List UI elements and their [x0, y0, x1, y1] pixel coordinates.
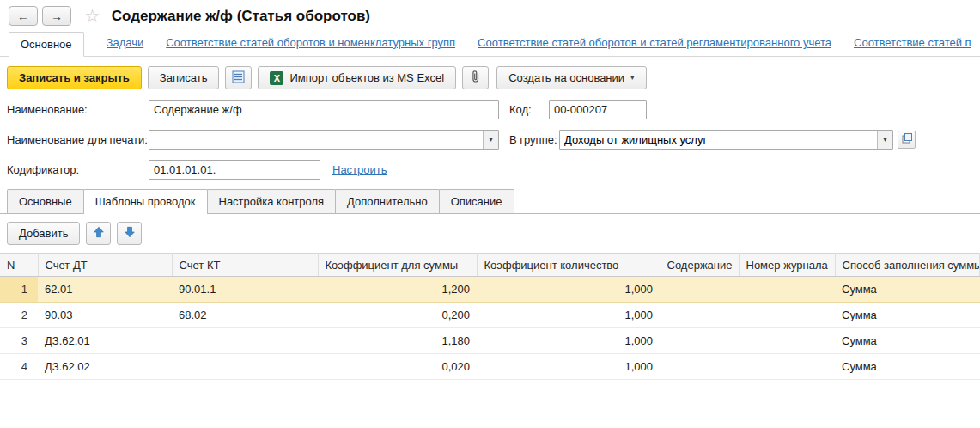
table-cell[interactable]: 0,200: [318, 303, 477, 328]
move-down-button[interactable]: [117, 222, 142, 245]
table-cell[interactable]: 1: [0, 277, 38, 303]
nav-link-nomenclature-groups[interactable]: Соответствие статей оборотов и номенклат…: [166, 36, 455, 56]
table-cell[interactable]: [660, 303, 739, 328]
name-input[interactable]: [149, 100, 499, 119]
forward-button[interactable]: →: [42, 6, 71, 26]
tab-nastroyka-kontrolya[interactable]: Настройка контроля: [207, 189, 337, 213]
tab-opisanie[interactable]: Описание: [439, 189, 514, 213]
table-cell[interactable]: 1,000: [477, 277, 660, 303]
table-header-row: N Счет ДТ Счет КТ Коэффициент для суммы …: [0, 254, 980, 277]
page-title: Содержание ж/ф (Статья оборотов): [112, 8, 370, 25]
list-view-button[interactable]: [225, 66, 252, 89]
codifier-input[interactable]: [149, 160, 320, 180]
table-cell[interactable]: 1,180: [318, 328, 477, 354]
print-name-dropdown-button[interactable]: ▾: [483, 131, 498, 149]
nav-links: Задачи Соответствие статей оборотов и но…: [107, 36, 971, 56]
table-row[interactable]: 4 ДЗ.62.02 0,020 1,000 Сумма: [0, 354, 980, 380]
move-up-button[interactable]: [86, 222, 111, 245]
nav-link-receipt-articles[interactable]: Соответствие статей поступления и: [854, 36, 971, 56]
excel-import-button[interactable]: X Импорт объектов из MS Excel: [258, 66, 456, 89]
table-cell[interactable]: [660, 277, 739, 303]
form-window: ← → ☆ Содержание ж/ф (Статья оборотов) О…: [0, 0, 980, 428]
table-cell[interactable]: Сумма: [835, 328, 980, 354]
nav-link-tasks[interactable]: Задачи: [107, 36, 144, 56]
back-arrow-icon: ←: [17, 9, 29, 23]
table-cell[interactable]: Сумма: [835, 354, 980, 380]
column-header-schet-kt: Счет КТ: [172, 254, 318, 277]
nav-link-regulated-accounting[interactable]: Соответствие статей оборотов и статей ре…: [478, 36, 831, 56]
table-cell[interactable]: [172, 328, 318, 354]
table-cell[interactable]: 62.01: [38, 277, 172, 303]
name-label: Наименование:: [7, 103, 149, 116]
table-row[interactable]: 3 ДЗ.62.01 1,180 1,000 Сумма: [0, 328, 980, 354]
print-name-combobox: ▾: [149, 130, 499, 150]
table-cell[interactable]: Сумма: [835, 303, 980, 328]
code-input[interactable]: [549, 100, 647, 119]
add-row-button[interactable]: Добавить: [7, 222, 80, 245]
favorite-star-icon[interactable]: ☆: [84, 7, 100, 25]
table-cell[interactable]: 90.03: [38, 303, 172, 328]
table-cell[interactable]: 1,000: [477, 354, 660, 380]
table-cell[interactable]: 4: [0, 354, 38, 380]
code-label: Код:: [509, 103, 549, 116]
form-row-name: Наименование: Код:: [7, 99, 973, 119]
back-button[interactable]: ←: [9, 6, 38, 26]
open-form-icon: [902, 133, 912, 146]
table-cell[interactable]: Сумма: [835, 277, 980, 303]
table-cell[interactable]: [739, 303, 835, 328]
table-cell[interactable]: 1,000: [477, 303, 660, 328]
table-cell[interactable]: 90.01.1: [172, 277, 318, 303]
group-open-button[interactable]: [898, 131, 916, 149]
table-cell[interactable]: 1,200: [318, 277, 477, 303]
table-cell[interactable]: 0,020: [318, 354, 477, 380]
tab-shablony-provodok[interactable]: Шаблоны проводок: [83, 189, 208, 214]
table-cell[interactable]: 68.02: [172, 303, 318, 328]
print-name-input[interactable]: [149, 131, 483, 149]
chevron-down-icon: ▾: [489, 136, 493, 144]
table-row[interactable]: 1 62.01 90.01.1 1,200 1,000 Сумма: [0, 277, 980, 303]
group-combobox: ▾: [559, 130, 893, 150]
table-cell[interactable]: [739, 354, 835, 380]
attachments-button[interactable]: [462, 66, 489, 89]
group-dropdown-button[interactable]: ▾: [877, 131, 892, 149]
column-header-sposob-zapolneniya: Способ заполнения суммы: [835, 254, 980, 277]
save-button[interactable]: Записать: [148, 66, 220, 89]
column-header-nomer-zhurnala: Номер журнала: [739, 254, 835, 277]
tab-osnovnye[interactable]: Основные: [7, 189, 84, 213]
up-arrow-icon: [93, 226, 105, 241]
table-cell[interactable]: [739, 328, 835, 354]
table-cell[interactable]: 3: [0, 328, 38, 354]
column-header-soderzhanie: Содержание: [660, 254, 739, 277]
command-toolbar: Записать и закрыть Записать X Импорт объ…: [0, 57, 980, 97]
table-cell[interactable]: 2: [0, 303, 38, 328]
save-and-close-button[interactable]: Записать и закрыть: [7, 66, 142, 89]
paperclip-icon: [469, 70, 482, 86]
table-cell[interactable]: ДЗ.62.02: [38, 354, 172, 380]
group-input[interactable]: [560, 131, 877, 149]
nav-tab-main[interactable]: Основное: [9, 32, 84, 57]
table-row[interactable]: 2 90.03 68.02 0,200 1,000 Сумма: [0, 303, 980, 328]
table-cell[interactable]: [660, 354, 739, 380]
excel-icon: X: [270, 71, 283, 85]
form-row-print-name: Наименование для печати: ▾ В группе: ▾: [7, 129, 973, 150]
table-cell[interactable]: ДЗ.62.01: [38, 328, 172, 354]
configure-link[interactable]: Настроить: [332, 163, 387, 176]
group-label: В группе:: [509, 133, 559, 146]
list-icon: [232, 70, 245, 86]
tabstrip: Основные Шаблоны проводок Настройка конт…: [0, 189, 980, 214]
titlebar: ← → ☆ Содержание ж/ф (Статья оборотов): [0, 0, 980, 28]
table-cell[interactable]: [172, 354, 318, 380]
form-fields: Наименование: Код: Наименование для печа…: [0, 97, 980, 180]
table-cell[interactable]: [660, 328, 739, 354]
print-name-label: Наименование для печати:: [7, 133, 149, 146]
table-cell[interactable]: 1,000: [477, 328, 660, 354]
create-based-on-button[interactable]: Создать на основании ▾: [496, 66, 646, 89]
codifier-label: Кодификатор:: [7, 163, 149, 176]
create-based-on-label: Создать на основании: [508, 71, 624, 84]
section-navbar: Основное Задачи Соответствие статей обор…: [0, 28, 980, 57]
forward-arrow-icon: →: [51, 9, 63, 23]
excel-import-label: Импорт объектов из MS Excel: [289, 71, 444, 84]
column-header-n: N: [0, 254, 38, 277]
tab-dopolnitelno[interactable]: Дополнительно: [335, 189, 440, 213]
table-cell[interactable]: [739, 277, 835, 303]
